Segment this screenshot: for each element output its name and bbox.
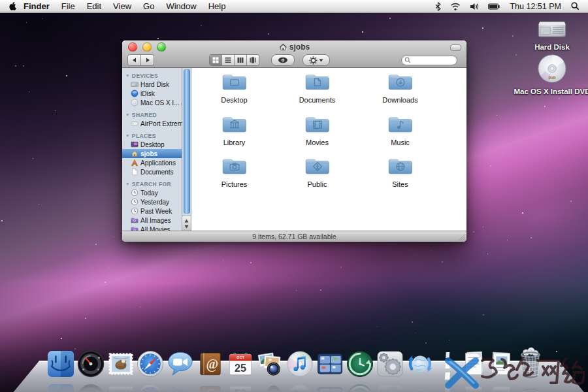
clock-icon — [131, 189, 139, 197]
view-icons-button[interactable] — [210, 55, 221, 65]
softwareupdate-icon — [406, 350, 434, 380]
dock-system-preferences[interactable] — [376, 350, 404, 380]
folder-icon — [221, 114, 248, 138]
menu-go[interactable]: Go — [137, 0, 160, 12]
menu-file[interactable]: File — [56, 0, 81, 12]
view-columns-button[interactable] — [234, 55, 246, 65]
sysprefs-icon — [376, 350, 404, 380]
view-mode-control — [209, 54, 259, 66]
sidebar-item-all-images[interactable]: All Images — [122, 216, 182, 225]
sidebar-section-places[interactable]: ▼PLACES — [122, 131, 182, 140]
menu-edit[interactable]: Edit — [81, 0, 107, 12]
sidebar-item-yesterday[interactable]: Yesterday — [122, 197, 182, 206]
scroll-up-arrow[interactable] — [184, 219, 189, 223]
folder-desktop[interactable]: Desktop — [193, 71, 276, 114]
dock-software-update[interactable] — [406, 350, 434, 380]
dock-spaces[interactable] — [316, 350, 344, 380]
quick-look-button[interactable] — [271, 54, 295, 66]
finder-content: Desktop Documents Downloads Library Movi… — [191, 68, 466, 231]
dock-dashboard[interactable] — [77, 350, 105, 380]
zoom-button[interactable] — [157, 42, 166, 52]
back-button[interactable] — [127, 54, 141, 66]
sidebar-item-idisk[interactable]: iDisk — [122, 89, 182, 98]
forward-button[interactable] — [141, 54, 154, 66]
action-menu-button[interactable] — [302, 54, 330, 66]
menu-finder[interactable]: Finder — [18, 0, 56, 12]
folder-library[interactable]: Library — [193, 114, 276, 156]
desktop-icon-dvd[interactable]: DVD Mac OS X Install DVD — [510, 54, 588, 95]
menu-window[interactable]: Window — [160, 0, 202, 12]
close-button[interactable] — [128, 42, 137, 52]
view-list-button[interactable] — [221, 55, 234, 65]
folder-icon — [387, 155, 414, 180]
folder-label: Music — [391, 139, 410, 146]
folder-music[interactable]: Music — [359, 114, 442, 156]
smart-folder-icon — [131, 216, 139, 224]
scroll-down-arrow[interactable] — [184, 225, 189, 229]
folder-sites[interactable]: Sites — [359, 155, 442, 198]
folder-documents[interactable]: Documents — [276, 71, 359, 114]
sidebar-scrollbar[interactable] — [182, 68, 191, 231]
folder-movies[interactable]: Movies — [276, 114, 359, 156]
scrollbar-thumb[interactable] — [184, 69, 190, 214]
dock-address-book[interactable]: @ — [197, 350, 224, 380]
window-titlebar[interactable]: sjobs — [122, 41, 466, 68]
toolbar-toggle-button[interactable] — [450, 44, 461, 51]
minimize-button[interactable] — [142, 42, 152, 52]
dock-time-machine[interactable] — [346, 350, 374, 380]
dock-finder[interactable] — [47, 350, 74, 380]
disclosure-triangle-icon[interactable]: ▼ — [125, 112, 130, 117]
volume-icon[interactable] — [465, 0, 483, 12]
sidebar-item-sjobs[interactable]: sjobs — [122, 149, 182, 158]
dock-iphoto[interactable] — [256, 350, 284, 380]
disclosure-triangle-icon[interactable]: ▼ — [125, 133, 130, 138]
sidebar-item-mac-os-x-i-[interactable]: Mac OS X I... — [122, 98, 182, 107]
ical-icon: OCT25 — [227, 350, 254, 380]
sidebar-item-today[interactable]: Today — [122, 188, 182, 197]
window-status-bar: 9 items, 62.71 GB available — [122, 231, 466, 242]
search-field[interactable] — [401, 55, 457, 65]
sidebar-item-past-week[interactable]: Past Week — [122, 206, 182, 216]
folder-label: Library — [223, 139, 246, 146]
safari-icon — [137, 350, 164, 380]
resize-grip[interactable] — [459, 234, 465, 240]
sidebar-section-search-for[interactable]: ▼SEARCH FOR — [122, 180, 182, 188]
menu-view[interactable]: View — [107, 0, 137, 12]
sidebar-item-applications[interactable]: Applications — [122, 158, 182, 167]
finder-window: sjobs ▼DEVICES — [122, 41, 466, 242]
sidebar-item-hard-disk[interactable]: Hard Disk — [122, 80, 182, 89]
battery-icon[interactable] — [483, 0, 504, 12]
sidebar-item-desktop[interactable]: Desktop — [122, 140, 182, 149]
addressbook-icon: @ — [197, 350, 224, 380]
spotlight-icon[interactable] — [566, 0, 584, 12]
folder-label: Documents — [299, 96, 336, 104]
desktop-icon-hard-disk[interactable]: Hard Disk — [510, 17, 588, 51]
folder-icon — [304, 155, 331, 180]
bluetooth-icon[interactable] — [431, 0, 446, 12]
sidebar-item-documents[interactable]: Documents — [122, 167, 182, 176]
sidebar-section-devices[interactable]: ▼DEVICES — [122, 71, 182, 80]
document-icon — [131, 168, 139, 176]
apple-menu[interactable] — [8, 1, 16, 11]
spaces-icon — [316, 350, 344, 380]
menu-bar-clock[interactable]: Thu 12:51 PM — [504, 2, 566, 11]
desktop-icon-label: Mac OS X Install DVD — [510, 88, 588, 95]
dock-ichat[interactable] — [167, 350, 194, 380]
dock-mail[interactable] — [107, 350, 135, 380]
folder-icon — [387, 71, 414, 95]
disclosure-triangle-icon[interactable]: ▼ — [125, 73, 130, 78]
dock-itunes[interactable] — [286, 350, 314, 380]
dock-ical[interactable]: OCT25 — [227, 350, 254, 380]
folder-icon — [387, 114, 414, 138]
disclosure-triangle-icon[interactable]: ▼ — [125, 182, 130, 186]
wifi-icon[interactable] — [446, 0, 465, 12]
dock-safari[interactable] — [137, 350, 164, 380]
folder-public[interactable]: Public — [276, 155, 359, 198]
menu-help[interactable]: Help — [203, 0, 232, 12]
sidebar-section-shared[interactable]: ▼SHARED — [122, 110, 182, 119]
folder-downloads[interactable]: Downloads — [359, 71, 442, 114]
sidebar-item-airport-extreme[interactable]: AirPort Extreme — [122, 119, 182, 128]
view-coverflow-button[interactable] — [246, 55, 259, 65]
folder-pictures[interactable]: Pictures — [193, 155, 276, 198]
ichat-icon — [167, 350, 194, 380]
